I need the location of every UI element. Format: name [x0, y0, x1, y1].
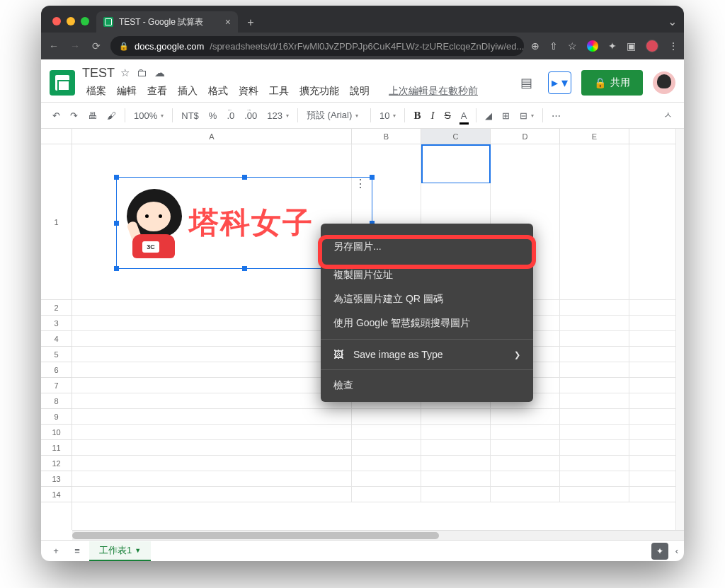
window-controls[interactable] [48, 17, 96, 33]
share-button[interactable]: 🔒 共用 [581, 70, 643, 96]
resize-handle[interactable] [114, 175, 119, 180]
image-options-icon[interactable] [355, 182, 366, 185]
search-icon[interactable]: ⊕ [531, 40, 540, 52]
ctx-google-lens[interactable]: 使用 Google 智慧鏡頭搜尋圖片 [321, 311, 533, 335]
resize-handle[interactable] [242, 175, 247, 180]
col-header-d[interactable]: D [491, 129, 560, 144]
menu-data[interactable]: 資料 [234, 82, 263, 100]
borders-button[interactable]: ⊞ [498, 108, 514, 124]
scrollbar-thumb[interactable] [72, 532, 439, 539]
redo-button[interactable]: ↷ [66, 108, 82, 124]
menu-file[interactable]: 檔案 [82, 82, 110, 100]
select-all-corner[interactable] [41, 129, 72, 144]
row-header-1[interactable]: 1 [41, 144, 72, 300]
row-header-12[interactable]: 12 [41, 456, 72, 471]
text-color-button[interactable]: A [457, 108, 472, 124]
row-header-4[interactable]: 4 [41, 331, 72, 347]
number-format-dropdown[interactable]: 123 [263, 108, 293, 124]
reload-button[interactable]: ⟳ [89, 40, 103, 52]
row-header-11[interactable]: 11 [41, 440, 72, 456]
menu-format[interactable]: 格式 [204, 82, 232, 100]
browser-menu-icon[interactable]: ⋮ [668, 40, 678, 52]
bookmark-star-icon[interactable]: ☆ [568, 40, 577, 52]
minimize-window-icon[interactable] [67, 17, 75, 25]
row-header-8[interactable]: 8 [41, 393, 72, 409]
cast-icon[interactable]: ▣ [627, 40, 636, 52]
zoom-dropdown[interactable]: 100% [130, 108, 168, 124]
sheet-tab-menu-icon[interactable]: ▼ [135, 547, 141, 554]
percent-button[interactable]: % [205, 108, 222, 124]
row-header-7[interactable]: 7 [41, 378, 72, 393]
comments-icon[interactable]: ▤ [515, 71, 538, 94]
sheet-tab-1[interactable]: 工作表1 ▼ [89, 541, 151, 561]
vertical-scrollbar[interactable] [675, 144, 684, 530]
ctx-inspect[interactable]: 檢查 [321, 374, 533, 398]
extensions-puzzle-icon[interactable]: ✦ [608, 40, 617, 52]
col-header-e[interactable]: E [560, 129, 629, 144]
document-title[interactable]: TEST [82, 66, 115, 81]
col-header-c[interactable]: C [421, 129, 491, 144]
horizontal-scrollbar[interactable] [72, 530, 684, 540]
paint-format-button[interactable]: 🖌 [103, 108, 120, 124]
resize-handle[interactable] [242, 266, 247, 271]
italic-button[interactable]: I [426, 107, 438, 125]
add-sheet-button[interactable]: + [47, 543, 65, 560]
browser-tab[interactable]: TEST - Google 試算表 × [96, 11, 238, 33]
share-page-icon[interactable]: ⇧ [549, 40, 558, 52]
menu-edit[interactable]: 編輯 [113, 82, 141, 100]
star-icon[interactable]: ☆ [120, 67, 130, 79]
resize-handle[interactable] [114, 266, 119, 271]
more-toolbar-icon[interactable]: ⋯ [547, 108, 565, 124]
new-tab-button[interactable]: + [244, 16, 258, 30]
account-avatar[interactable] [653, 71, 675, 94]
cloud-status-icon[interactable]: ☁ [154, 67, 165, 79]
row-header-2[interactable]: 2 [41, 300, 72, 316]
ctx-create-qr[interactable]: 為這張圖片建立 QR 圖碼 [321, 287, 533, 311]
profile-avatar-icon[interactable] [646, 40, 658, 52]
menu-view[interactable]: 查看 [143, 82, 171, 100]
move-folder-icon[interactable]: 🗀 [137, 67, 147, 79]
menu-insert[interactable]: 插入 [173, 82, 202, 100]
col-header-b[interactable]: B [352, 129, 421, 144]
bold-button[interactable]: B [409, 107, 425, 125]
row-header-10[interactable]: 10 [41, 425, 72, 440]
font-dropdown[interactable]: 預設 (Arial) [302, 106, 366, 125]
row-header-5[interactable]: 5 [41, 347, 72, 362]
menu-help[interactable]: 說明 [346, 82, 374, 100]
fill-color-button[interactable]: ◢ [481, 108, 496, 124]
row-header-3[interactable]: 3 [41, 316, 72, 331]
ctx-item-hidden[interactable] [321, 228, 533, 235]
menu-extensions[interactable]: 擴充功能 [295, 82, 343, 100]
back-button[interactable]: ← [47, 40, 61, 52]
tab-list-chevron-icon[interactable]: ⌄ [668, 15, 677, 28]
all-sheets-button[interactable]: ≡ [68, 543, 86, 560]
address-bar[interactable]: 🔒 docs.google.com /spreadsheets/d/16XrFw… [110, 36, 524, 56]
present-dropdown[interactable]: ▸ ▾ [548, 71, 571, 94]
maximize-window-icon[interactable] [81, 17, 89, 25]
explore-button[interactable]: ✦ [651, 543, 668, 560]
row-header-6[interactable]: 6 [41, 362, 72, 378]
ctx-save-image-as-type[interactable]: 🖼 Save image as Type ❯ [321, 343, 533, 366]
menu-tools[interactable]: 工具 [265, 82, 293, 100]
undo-button[interactable]: ↶ [48, 108, 64, 124]
resize-handle[interactable] [370, 175, 375, 180]
print-button[interactable]: 🖶 [84, 108, 101, 124]
extension-color-icon[interactable] [587, 40, 598, 52]
resize-handle[interactable] [114, 221, 119, 226]
row-header-14[interactable]: 14 [41, 487, 72, 502]
merge-cells-button[interactable]: ⊟ [515, 108, 538, 124]
forward-button[interactable]: → [68, 40, 82, 52]
font-size-dropdown[interactable]: 10 [375, 108, 400, 124]
ctx-save-image-as[interactable]: 另存圖片... [321, 235, 533, 259]
decrease-decimal-button[interactable]: .0← [222, 108, 239, 124]
collapse-toolbar-icon[interactable]: ㅅ [659, 106, 677, 125]
row-header-9[interactable]: 9 [41, 409, 72, 425]
sheets-logo-icon[interactable] [50, 70, 75, 96]
row-header-13[interactable]: 13 [41, 471, 72, 487]
currency-button[interactable]: NT$ [177, 108, 203, 124]
last-edit-label[interactable]: 上次編輯是在數秒前 [384, 82, 482, 100]
sidebar-toggle-icon[interactable]: ‹ [675, 546, 678, 556]
col-header-a[interactable]: A [72, 129, 352, 144]
strikethrough-button[interactable]: S [440, 107, 455, 124]
increase-decimal-button[interactable]: .00→ [240, 108, 261, 124]
